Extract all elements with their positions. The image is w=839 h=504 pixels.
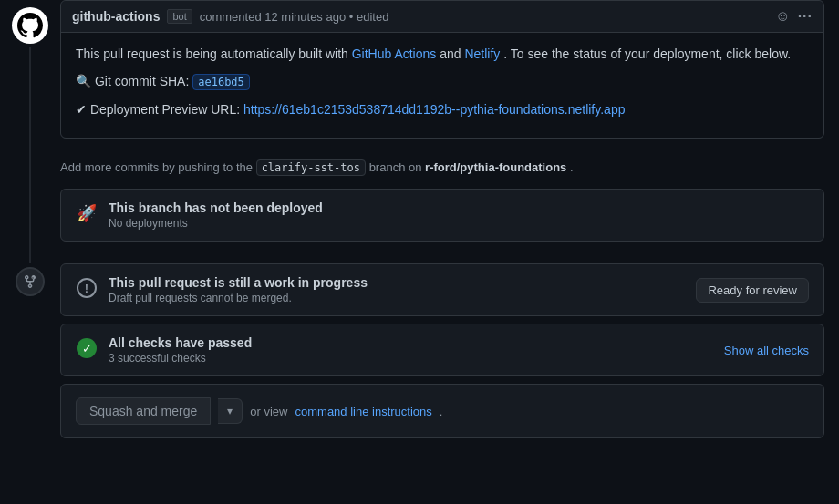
command-line-link[interactable]: command line instructions [295,405,432,418]
edited-dropdown[interactable]: • edited [349,10,389,24]
comment-time: 12 minutes ago [264,10,346,24]
rocket-icon-container: 🚀 [76,202,98,224]
comment-body: This pull request is being automatically… [61,33,823,138]
repo-name: r-ford/pythia-foundations [425,160,566,174]
checks-status-left: ✓ All checks have passed 3 successful ch… [76,335,252,365]
checks-status-row: ✓ All checks have passed 3 successful ch… [61,324,823,375]
comment-header: github-actions bot commented 12 minutes … [61,1,823,33]
more-options-button[interactable]: ··· [798,8,813,25]
wip-status-row: ! This pull request is still a work in p… [61,264,823,315]
check-circle-icon: ✓ [77,338,97,358]
show-all-checks-link[interactable]: Show all checks [724,344,809,357]
deployment-url-link[interactable]: https://61eb1c2153d538714dd1192b--pythia… [243,102,626,117]
netlify-link[interactable]: Netlify [464,46,500,61]
branch-name: clarify-sst-tos [256,159,366,176]
period: . [440,405,443,418]
merge-icon [16,267,45,296]
warning-icon: ! [77,278,97,298]
deploy-status-panel: 🚀 This branch has not been deployed No d… [60,189,824,242]
deploy-status-row: 🚀 This branch has not been deployed No d… [61,190,823,241]
squash-merge-dropdown-button[interactable]: ▾ [218,398,243,424]
wip-status-text: This pull request is still a work in pro… [109,275,368,304]
wip-status-panel: ! This pull request is still a work in p… [60,263,824,316]
checks-status-subtitle: 3 successful checks [109,352,252,365]
deploy-status-text: This branch has not been deployed No dep… [109,201,323,230]
comment-header-right: ☺ ··· [775,8,813,25]
deploy-status-subtitle: No deployments [109,217,323,230]
comment-action: commented [200,10,262,24]
deploy-status-left: 🚀 This branch has not been deployed No d… [76,201,323,230]
checks-status-panel: ✓ All checks have passed 3 successful ch… [60,324,824,376]
comment-sha-line: 🔍 Git commit SHA: ae16bd5 [76,71,809,91]
wip-status-subtitle: Draft pull requests cannot be merged. [109,292,368,304]
merge-section: Squash and merge ▾ or view command line … [60,384,824,438]
wip-status-right: Ready for review [696,278,809,303]
warning-icon-container: ! [76,277,98,299]
rocket-icon: 🚀 [77,203,97,223]
ready-for-review-button[interactable]: Ready for review [696,278,809,303]
wip-status-left: ! This pull request is still a work in p… [76,275,368,304]
comment-deploy-line: ✔ Deployment Preview URL: https://61eb1c… [76,99,809,119]
comment-section: github-actions bot commented 12 minutes … [60,0,839,263]
merge-content: ! This pull request is still a work in p… [60,263,839,438]
avatar [12,7,48,44]
github-actions-link[interactable]: GitHub Actions [352,46,437,61]
checks-status-right: Show all checks [724,344,809,357]
or-text: or view [250,405,287,418]
checks-status-text: All checks have passed 3 successful chec… [109,335,252,365]
squash-merge-button[interactable]: Squash and merge [76,397,211,425]
comment-text-line1: This pull request is being automatically… [76,44,809,64]
bot-badge: bot [167,9,192,24]
comment-username: github-actions [72,9,160,24]
comment-box: github-actions bot commented 12 minutes … [60,0,824,139]
emoji-button[interactable]: ☺ [775,8,790,25]
merge-sidebar [0,263,60,438]
sha-badge: ae16bd5 [192,74,250,90]
check-circle-container: ✓ [76,337,98,359]
checks-status-title: All checks have passed [109,335,252,350]
wip-status-title: This pull request is still a work in pro… [109,275,368,290]
deploy-status-title: This branch has not been deployed [109,201,323,215]
branch-info: Add more commits by pushing to the clari… [60,153,824,189]
merge-row: ! This pull request is still a work in p… [0,263,839,438]
timeline-line [29,47,31,263]
comment-meta: commented 12 minutes ago • edited [200,10,389,24]
avatar-sidebar [0,0,60,263]
comment-header-left: github-actions bot commented 12 minutes … [72,9,388,24]
